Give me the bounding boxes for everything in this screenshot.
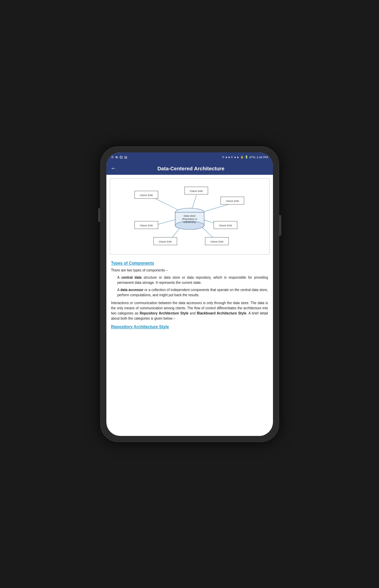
top-navigation-bar: ← Data-Centered Architecture xyxy=(106,162,273,175)
bullet-1-text: A central data structure or data store o… xyxy=(117,275,268,285)
bullet-dot-2: · xyxy=(115,288,115,298)
call-icon: ✆ xyxy=(111,156,114,159)
power-icon: ⏻ xyxy=(119,156,123,159)
bullet-2-bold: data accessor xyxy=(120,288,144,292)
bullet-item-2: · A data accessor or a collection of ind… xyxy=(115,287,268,298)
signal-text: E ▲▲ E ▲▲ xyxy=(222,156,239,159)
diagram-svg: Data store (Repository or blackboard) Cl… xyxy=(113,181,266,250)
svg-text:Client S/W: Client S/W xyxy=(219,224,232,227)
architecture-diagram: Data store (Repository or blackboard) Cl… xyxy=(110,178,270,255)
svg-text:Client S/W: Client S/W xyxy=(190,190,203,193)
back-button[interactable]: ← xyxy=(110,165,117,172)
n-icon: N xyxy=(116,156,118,159)
blackboard-style-bold: Blackboard Architecture Style xyxy=(197,311,246,315)
repository-heading: Repository Architecture Style xyxy=(111,324,268,330)
page-title: Data-Centered Architecture xyxy=(120,165,262,171)
text-section: Types of Components There are two types … xyxy=(106,258,273,335)
battery-icon: 🔋 xyxy=(245,156,248,159)
repo-style-bold: Repository Architecture Style xyxy=(140,311,189,315)
bullet-dot-1: · xyxy=(115,275,115,285)
svg-text:Client S/W: Client S/W xyxy=(210,240,223,243)
main-paragraph: Interactions or communication between th… xyxy=(111,300,268,321)
bullet-2-text: A data accessor or a collection of indep… xyxy=(117,287,268,298)
para-mid: and xyxy=(189,311,197,315)
lock-icon: 🔒 xyxy=(240,156,244,159)
phone-device: ✆ N ⏻ ▤ E ▲▲ E ▲▲ 🔒 🔋 47% 1:44 PM ← Data… xyxy=(100,146,279,442)
bullet-list: · A central data structure or data store… xyxy=(115,275,268,298)
battery-percent: 47% xyxy=(249,156,255,159)
svg-text:Data store: Data store xyxy=(183,214,196,217)
types-heading: Types of Components xyxy=(111,260,268,266)
status-bar: ✆ N ⏻ ▤ E ▲▲ E ▲▲ 🔒 🔋 47% 1:44 PM xyxy=(106,152,273,162)
status-left-icons: ✆ N ⏻ ▤ xyxy=(111,156,128,159)
svg-text:Client S/W: Client S/W xyxy=(159,240,172,243)
svg-text:blackboard): blackboard) xyxy=(183,221,196,224)
bullet-item-1: · A central data structure or data store… xyxy=(115,275,268,285)
screen: ✆ N ⏻ ▤ E ▲▲ E ▲▲ 🔒 🔋 47% 1:44 PM ← Data… xyxy=(106,152,273,436)
status-right-info: E ▲▲ E ▲▲ 🔒 🔋 47% 1:44 PM xyxy=(222,156,268,159)
main-content[interactable]: Data store (Repository or blackboard) Cl… xyxy=(106,175,273,436)
svg-text:Client S/W: Client S/W xyxy=(140,224,153,227)
svg-text:Client S/W: Client S/W xyxy=(226,200,239,203)
svg-text:Client S/W: Client S/W xyxy=(140,194,153,197)
intro-paragraph: There are two types of components – xyxy=(111,268,268,273)
svg-text:(Repository or: (Repository or xyxy=(182,218,198,221)
phone-screen-area: ✆ N ⏻ ▤ E ▲▲ E ▲▲ 🔒 🔋 47% 1:44 PM ← Data… xyxy=(106,152,273,436)
bullet-1-bold: central data xyxy=(121,276,141,279)
doc-icon: ▤ xyxy=(124,156,127,159)
time-display: 1:44 PM xyxy=(256,156,268,159)
